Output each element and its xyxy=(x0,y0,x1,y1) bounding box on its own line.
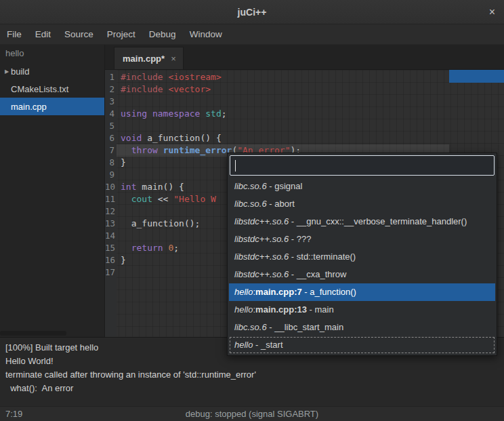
line-number: 12 xyxy=(105,205,117,218)
stack-frame-item[interactable]: libc.so.6 - __libc_start_main xyxy=(229,319,495,336)
code-text xyxy=(117,230,121,242)
code-text: } xyxy=(117,157,126,169)
close-icon[interactable]: × xyxy=(489,7,495,18)
code-line-6: 6void a_function() { xyxy=(105,132,504,144)
file-tree: ▶buildCMakeLists.txtmain.cpp xyxy=(0,62,104,115)
line-number: 3 xyxy=(105,96,117,108)
menu-edit[interactable]: Edit xyxy=(28,24,58,44)
code-text: cout << "Hello W xyxy=(117,193,216,205)
line-number: 15 xyxy=(105,242,117,254)
stack-frame-item[interactable]: libc.so.6 - abort xyxy=(229,195,495,213)
sidebar-item-main-cpp[interactable]: main.cpp xyxy=(0,98,104,115)
code-text xyxy=(117,169,121,181)
line-number: 5 xyxy=(105,120,117,132)
code-line-2: 2#include <vector> xyxy=(105,83,504,96)
code-text xyxy=(117,266,121,279)
line-number: 1 xyxy=(105,71,117,83)
code-text: int main() { xyxy=(117,181,184,193)
code-text: #include <iostream> xyxy=(117,71,222,83)
stack-frame-item[interactable]: hello:main.cpp:7 - a_function() xyxy=(229,283,495,301)
project-name: hello xyxy=(0,45,104,62)
output-line: what(): An error xyxy=(5,382,499,395)
code-text: using namespace std; xyxy=(117,108,227,120)
code-line-5: 5 xyxy=(105,120,504,132)
line-number: 13 xyxy=(105,218,117,230)
menu-project[interactable]: Project xyxy=(100,24,142,44)
menu-window[interactable]: Window xyxy=(183,24,229,44)
line-number: 2 xyxy=(105,83,117,96)
status-bar: 7:19 debug: stopped (signal SIGABRT) xyxy=(0,406,504,421)
line-number: 11 xyxy=(105,193,117,205)
titlebar[interactable]: juCi++ × xyxy=(0,0,504,24)
line-number: 6 xyxy=(105,132,117,144)
window-title: juCi++ xyxy=(238,7,267,18)
stack-frame-filter-input[interactable] xyxy=(230,155,495,176)
stack-frame-item[interactable]: hello:main.cpp:13 - main xyxy=(229,301,495,319)
tab-label: main.cpp* xyxy=(123,54,165,64)
tree-item-label: main.cpp xyxy=(11,102,47,112)
output-line: Hello World! xyxy=(5,355,499,368)
tree-item-label: build xyxy=(11,66,29,77)
stack-frame-item[interactable]: hello - _start xyxy=(229,336,495,354)
stack-frame-item[interactable]: libstdc++.so.6 - __cxa_throw xyxy=(229,266,495,283)
line-number: 17 xyxy=(105,266,117,279)
menubar: FileEditSourceProjectDebugWindow xyxy=(0,24,504,45)
code-text xyxy=(117,205,121,218)
code-text: #include <vector> xyxy=(117,83,211,96)
project-sidebar: hello ▶buildCMakeLists.txtmain.cpp xyxy=(0,45,105,337)
line-number: 9 xyxy=(105,169,117,181)
expander-icon[interactable]: ▶ xyxy=(0,68,11,75)
sidebar-item-build[interactable]: ▶build xyxy=(0,62,104,80)
line-number: 10 xyxy=(105,181,117,193)
line-number: 16 xyxy=(105,254,117,266)
line-number: 7 xyxy=(105,144,117,157)
menu-debug[interactable]: Debug xyxy=(142,24,183,44)
sidebar-scrollbar[interactable] xyxy=(0,331,66,336)
stack-frame-list: libc.so.6 - gsignallibc.so.6 - abortlibs… xyxy=(229,178,495,354)
code-text xyxy=(117,96,121,108)
code-text xyxy=(117,120,121,132)
debug-status: debug: stopped (signal SIGABRT) xyxy=(186,409,318,419)
line-number: 14 xyxy=(105,230,117,242)
menu-source[interactable]: Source xyxy=(58,24,100,44)
cursor-position: 7:19 xyxy=(5,409,22,419)
stack-frame-item[interactable]: libstdc++.so.6 - ??? xyxy=(229,230,495,248)
code-line-1: 1#include <iostream> xyxy=(105,71,504,83)
stack-frame-item[interactable]: libstdc++.so.6 - __gnu_cxx::__verbose_te… xyxy=(229,213,495,230)
sidebar-item-cmakelists-txt[interactable]: CMakeLists.txt xyxy=(0,80,104,98)
code-text: return 0; xyxy=(117,242,179,254)
code-line-4: 4using namespace std; xyxy=(105,108,504,120)
stack-frame-item[interactable]: libstdc++.so.6 - std::terminate() xyxy=(229,248,495,266)
code-text: } xyxy=(117,254,126,266)
menu-file[interactable]: File xyxy=(0,24,28,44)
output-line: terminate called after throwing an insta… xyxy=(5,368,499,382)
text-caret xyxy=(235,160,236,172)
stacktrace-popup: libc.so.6 - gsignallibc.so.6 - abortlibs… xyxy=(227,153,497,356)
tree-item-label: CMakeLists.txt xyxy=(11,84,68,94)
editor-scrollbar-thumb[interactable] xyxy=(449,70,504,83)
line-number: 8 xyxy=(105,157,117,169)
stack-frame-item[interactable]: libc.so.6 - gsignal xyxy=(229,178,495,195)
line-number: 4 xyxy=(105,108,117,120)
code-text: a_function(); xyxy=(117,218,200,230)
code-line-3: 3 xyxy=(105,96,504,108)
tab-main-cpp[interactable]: main.cpp* × xyxy=(114,47,184,69)
tab-bar: main.cpp* × xyxy=(105,45,504,70)
tab-close-icon[interactable]: × xyxy=(171,54,176,64)
app-window: juCi++ × FileEditSourceProjectDebugWindo… xyxy=(0,0,504,421)
code-text: void a_function() { xyxy=(117,132,222,144)
